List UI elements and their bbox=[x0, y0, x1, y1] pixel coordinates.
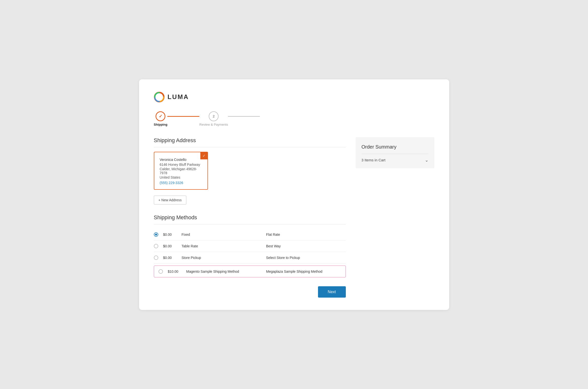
shipping-method-carrier-3: Megaplaza Sample Shipping Method bbox=[266, 269, 341, 273]
shipping-method-radio-3[interactable] bbox=[159, 269, 163, 274]
shipping-method-row-1[interactable]: $0.00 Table Rate Best Way bbox=[154, 240, 346, 252]
address-city-state-zip: Calder, Michigan 49628-7978 bbox=[160, 167, 202, 175]
order-summary-box: Order Summary 3 Items in Cart ⌄ bbox=[356, 137, 434, 168]
shipping-method-name-1: Table Rate bbox=[182, 244, 261, 248]
step-line-right bbox=[228, 116, 260, 117]
order-summary-title: Order Summary bbox=[362, 144, 428, 150]
address-check-icon: ✓ bbox=[202, 154, 205, 158]
shipping-method-carrier-1: Best Way bbox=[266, 244, 346, 248]
order-summary-items-text: 3 Items in Cart bbox=[362, 158, 386, 162]
address-country: United States bbox=[160, 175, 202, 179]
step1-check-icon: ✓ bbox=[159, 114, 163, 119]
order-summary-items-row[interactable]: 3 Items in Cart ⌄ bbox=[362, 158, 428, 163]
chevron-down-icon: ⌄ bbox=[425, 158, 428, 163]
shipping-method-row-2[interactable]: $0.00 Store Pickup Select Store to Picku… bbox=[154, 252, 346, 264]
next-button-area: Next bbox=[154, 286, 346, 298]
shipping-method-radio-1[interactable] bbox=[154, 244, 158, 248]
shipping-method-row-0[interactable]: $0.00 Fixed Flat Rate bbox=[154, 229, 346, 240]
step-line-left bbox=[167, 116, 199, 117]
luma-logo-icon bbox=[154, 92, 165, 102]
shipping-method-price-3: $10.00 bbox=[168, 269, 181, 273]
step-shipping: ✓ Shipping bbox=[154, 111, 168, 126]
step2-number: 2 bbox=[213, 114, 215, 118]
logo-area: LUMA bbox=[154, 92, 434, 102]
shipping-address-title: Shipping Address bbox=[154, 137, 346, 147]
shipping-method-price-0: $0.00 bbox=[163, 232, 177, 236]
step2-circle: 2 bbox=[209, 111, 219, 121]
main-layout: Shipping Address ✓ Veronica Costello 614… bbox=[154, 137, 434, 298]
right-column: Order Summary 3 Items in Cart ⌄ bbox=[356, 137, 434, 168]
left-column: Shipping Address ✓ Veronica Costello 614… bbox=[154, 137, 346, 298]
next-button[interactable]: Next bbox=[318, 286, 346, 298]
address-phone: (555) 229-3326 bbox=[160, 181, 202, 185]
shipping-method-name-2: Store Pickup bbox=[182, 256, 261, 260]
shipping-method-name-3: Magento Sample Shipping Method bbox=[186, 269, 261, 273]
shipping-methods-section: Shipping Methods $0.00 Fixed Flat Rate $… bbox=[154, 214, 346, 277]
logo-text: LUMA bbox=[168, 93, 189, 101]
new-address-button[interactable]: + New Address bbox=[154, 195, 187, 204]
address-street: 6146 Honey Bluff Parkway bbox=[160, 162, 202, 166]
shipping-methods-title: Shipping Methods bbox=[154, 214, 346, 225]
checkout-card: LUMA ✓ Shipping 2 Review & Payments Ship… bbox=[139, 79, 449, 310]
selected-address-card[interactable]: ✓ Veronica Costello 6146 Honey Bluff Par… bbox=[154, 152, 208, 190]
step1-circle: ✓ bbox=[156, 111, 165, 121]
step-review: 2 Review & Payments bbox=[199, 111, 228, 126]
shipping-method-carrier-2: Select Store to Pickup bbox=[266, 256, 346, 260]
progress-steps: ✓ Shipping 2 Review & Payments bbox=[154, 111, 434, 126]
shipping-method-price-2: $0.00 bbox=[163, 256, 177, 260]
shipping-method-radio-0[interactable] bbox=[154, 232, 158, 237]
step1-label: Shipping bbox=[154, 123, 168, 126]
order-summary-divider bbox=[362, 154, 428, 154]
shipping-method-radio-2[interactable] bbox=[154, 256, 158, 260]
address-name: Veronica Costello bbox=[160, 158, 202, 162]
shipping-method-row-3[interactable]: $10.00 Magento Sample Shipping Method Me… bbox=[154, 265, 346, 277]
step2-label: Review & Payments bbox=[199, 123, 228, 126]
shipping-method-price-1: $0.00 bbox=[163, 244, 177, 248]
shipping-method-carrier-0: Flat Rate bbox=[266, 232, 346, 236]
address-selected-badge: ✓ bbox=[200, 152, 208, 159]
shipping-method-name-0: Fixed bbox=[182, 232, 261, 236]
